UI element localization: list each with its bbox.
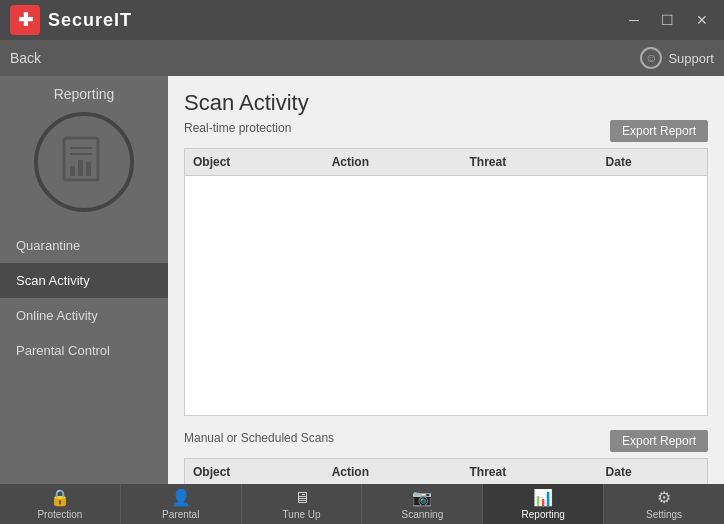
realtime-empty-row2 bbox=[185, 256, 708, 336]
col-action-rt: Action bbox=[324, 149, 462, 176]
settings-label: Settings bbox=[646, 509, 682, 520]
tuneup-icon: 🖥 bbox=[294, 489, 310, 507]
nav-bar: Back ☺ Support bbox=[0, 40, 724, 76]
col-action-m: Action bbox=[324, 459, 462, 485]
sidebar-section-label: Reporting bbox=[54, 86, 115, 102]
col-date-rt: Date bbox=[598, 149, 708, 176]
col-date-m: Date bbox=[598, 459, 708, 485]
nav-settings[interactable]: ⚙ Settings bbox=[604, 484, 724, 524]
manual-section-header: Manual or Scheduled Scans Export Report bbox=[184, 430, 708, 452]
manual-table: Object Action Threat Date bbox=[184, 458, 708, 484]
scanning-icon: 📷 bbox=[412, 488, 432, 507]
sidebar-item-online-activity[interactable]: Online Activity bbox=[0, 298, 168, 333]
window-controls: ─ ☐ ✕ bbox=[623, 10, 714, 30]
support-icon: ☺ bbox=[640, 47, 662, 69]
svg-rect-5 bbox=[86, 162, 91, 176]
sidebar-logo-area: Reporting bbox=[34, 86, 134, 212]
protection-icon: 🔒 bbox=[50, 488, 70, 507]
main-container: Reporting Quarantine Scan Activity Onlin… bbox=[0, 76, 724, 484]
sidebar-report-icon bbox=[34, 112, 134, 212]
close-button[interactable]: ✕ bbox=[690, 10, 714, 30]
realtime-table: Object Action Threat Date bbox=[184, 148, 708, 416]
app-brand: ✚ SecureIT bbox=[10, 5, 132, 35]
app-title: SecureIT bbox=[48, 10, 132, 31]
realtime-section-label: Real-time protection bbox=[184, 121, 291, 135]
export-report-button-manual[interactable]: Export Report bbox=[610, 430, 708, 452]
col-threat-rt: Threat bbox=[461, 149, 597, 176]
page-title: Scan Activity bbox=[184, 90, 708, 116]
maximize-button[interactable]: ☐ bbox=[655, 10, 680, 30]
parental-label: Parental bbox=[162, 509, 199, 520]
col-threat-m: Threat bbox=[461, 459, 597, 485]
nav-scanning[interactable]: 📷 Scanning bbox=[362, 484, 483, 524]
logo-icon: ✚ bbox=[10, 5, 40, 35]
parental-icon: 👤 bbox=[171, 488, 191, 507]
support-area[interactable]: ☺ Support bbox=[640, 47, 714, 69]
export-report-button-realtime[interactable]: Export Report bbox=[610, 120, 708, 142]
sidebar-nav: Quarantine Scan Activity Online Activity… bbox=[0, 228, 168, 368]
sidebar-item-parental-control[interactable]: Parental Control bbox=[0, 333, 168, 368]
nav-reporting[interactable]: 📊 Reporting bbox=[483, 484, 604, 524]
realtime-empty-row bbox=[185, 176, 708, 256]
bottom-nav: 🔒 Protection 👤 Parental 🖥 Tune Up 📷 Scan… bbox=[0, 484, 724, 524]
settings-icon: ⚙ bbox=[657, 488, 671, 507]
support-label: Support bbox=[668, 51, 714, 66]
sidebar-item-quarantine[interactable]: Quarantine bbox=[0, 228, 168, 263]
manual-section-label: Manual or Scheduled Scans bbox=[184, 431, 334, 445]
col-object-rt: Object bbox=[185, 149, 324, 176]
scanning-label: Scanning bbox=[402, 509, 444, 520]
sidebar-item-scan-activity[interactable]: Scan Activity bbox=[0, 263, 168, 298]
realtime-empty-row3 bbox=[185, 336, 708, 416]
realtime-section-header: Real-time protection Export Report bbox=[184, 120, 708, 142]
col-object-m: Object bbox=[185, 459, 324, 485]
protection-label: Protection bbox=[37, 509, 82, 520]
minimize-button[interactable]: ─ bbox=[623, 10, 645, 30]
reporting-icon: 📊 bbox=[533, 488, 553, 507]
back-button[interactable]: Back bbox=[10, 50, 41, 66]
title-bar: ✚ SecureIT ─ ☐ ✕ bbox=[0, 0, 724, 40]
tuneup-label: Tune Up bbox=[283, 509, 321, 520]
nav-tuneup[interactable]: 🖥 Tune Up bbox=[242, 484, 363, 524]
svg-rect-3 bbox=[70, 166, 75, 176]
content-area: Scan Activity Real-time protection Expor… bbox=[168, 76, 724, 484]
svg-rect-4 bbox=[78, 160, 83, 176]
nav-protection[interactable]: 🔒 Protection bbox=[0, 484, 121, 524]
sidebar: Reporting Quarantine Scan Activity Onlin… bbox=[0, 76, 168, 484]
nav-parental[interactable]: 👤 Parental bbox=[121, 484, 242, 524]
reporting-label: Reporting bbox=[522, 509, 565, 520]
